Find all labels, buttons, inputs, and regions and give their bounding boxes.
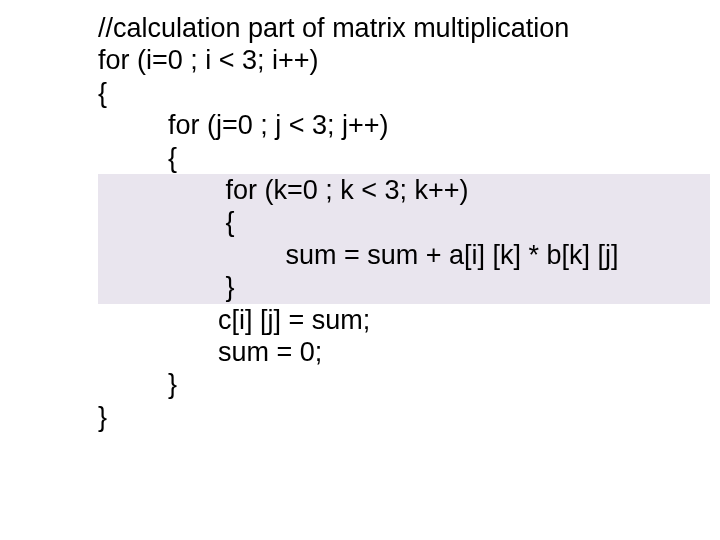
code-line-brace-open-1: {	[98, 77, 720, 109]
code-line-brace-close-1: }	[98, 401, 720, 433]
code-line-comment: //calculation part of matrix multiplicat…	[98, 12, 720, 44]
code-line-brace-close-2: }	[98, 368, 720, 400]
code-snippet: //calculation part of matrix multiplicat…	[0, 0, 720, 433]
code-line-brace-open-2: {	[98, 142, 720, 174]
code-line-for-j: for (j=0 ; j < 3; j++)	[98, 109, 720, 141]
code-line-brace-close-3: }	[98, 271, 704, 303]
code-line-sum-reset: sum = 0;	[98, 336, 720, 368]
code-line-assign-c: c[i] [j] = sum;	[98, 304, 720, 336]
code-line-brace-open-3: {	[98, 206, 704, 238]
code-line-sum-calc: sum = sum + a[i] [k] * b[k] [j]	[98, 239, 704, 271]
highlighted-block: for (k=0 ; k < 3; k++) { sum = sum + a[i…	[98, 174, 710, 304]
code-line-for-i: for (i=0 ; i < 3; i++)	[98, 44, 720, 76]
code-line-for-k: for (k=0 ; k < 3; k++)	[98, 174, 704, 206]
